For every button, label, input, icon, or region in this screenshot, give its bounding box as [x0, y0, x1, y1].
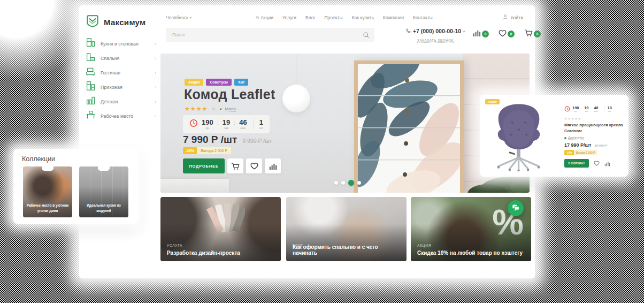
heart-icon [499, 29, 507, 39]
logo-text: Максимум [104, 18, 145, 27]
slider-dot-3-active[interactable] [348, 180, 354, 186]
price-old: 9 990 Р /шт [242, 138, 272, 144]
collection-card-workplace[interactable]: Рабочее место в уютном уголке дома [23, 166, 72, 217]
compare-button-hero[interactable] [265, 158, 281, 173]
kitchen-icon [86, 37, 96, 50]
hero-discount-row: -20% Выгода 2 000 Р [183, 147, 231, 154]
nav-company[interactable]: Компания [383, 15, 404, 20]
kids-icon [86, 95, 96, 108]
availability-dot [564, 137, 566, 139]
product-quickview-card[interactable]: Акция 190дн : 19час : 46мин [480, 95, 628, 177]
price-old: 19 990 Р [594, 144, 607, 147]
chat-widget-button[interactable] [508, 200, 524, 216]
sidebar-item-hallway[interactable]: Прихожая › [86, 80, 156, 94]
availability-dot: • [220, 107, 221, 112]
banner-category: УСЛУГА [167, 244, 182, 247]
cart-button[interactable]: 0 [524, 29, 541, 39]
logo-shield-icon [86, 14, 99, 30]
city-label: Челябинск [166, 15, 188, 20]
chevron-right-icon: › [155, 41, 156, 47]
cart-count-badge: 0 [534, 31, 541, 37]
details-button[interactable]: ПОДРОБНЕЕ [183, 158, 225, 173]
chevron-right-icon: › [155, 85, 156, 90]
search-input[interactable] [166, 28, 374, 42]
star-icons-filled: ★★★★ [185, 105, 208, 112]
favorite-button[interactable] [594, 161, 600, 166]
nav-projects[interactable]: Проекты [324, 15, 342, 20]
phone-icon [406, 28, 411, 34]
nav-sales[interactable]: %Акции [256, 15, 273, 20]
discount-badge: -10% [564, 150, 574, 155]
hero-photo-ornament [282, 85, 310, 112]
hero-product-photo [354, 60, 464, 193]
logo[interactable]: Максимум [86, 14, 145, 30]
favorites-button[interactable]: 0 [499, 29, 515, 39]
benefit-badge: Выгода 2 000 Р [197, 147, 231, 154]
hero-product-title: Комод Leaflet [184, 87, 275, 102]
banner-blog-article[interactable]: БЛОГ Как оформить спальню и с чего начин… [286, 197, 407, 261]
compare-button[interactable]: 0 [473, 29, 489, 39]
phone-block: +7 (000) 000-00-10 ▾ ЗАКАЗАТЬ ЗВОНОК [399, 28, 472, 44]
nav-how-to-buy[interactable]: Как купить [352, 15, 374, 20]
percent-icon: % [256, 16, 259, 19]
banner-category: АКЦИЯ [417, 244, 431, 247]
user-icon [502, 14, 508, 21]
benefit-badge: Выгода 2 000 Р [574, 150, 597, 155]
slider-dot-4[interactable] [357, 181, 361, 185]
sidebar-item-workplace[interactable]: Рабочее место › [86, 109, 156, 123]
compare-bars-icon [473, 29, 481, 39]
nav-services[interactable]: Услуги [282, 15, 296, 20]
page-background: Максимум Челябинск ▾ %Акции Услуги Блог … [0, 0, 644, 303]
add-to-cart-button[interactable]: В КОРЗИНУ [564, 159, 589, 168]
livingroom-icon [86, 66, 96, 79]
chevron-down-icon: ▾ [463, 29, 465, 33]
top-nav-links: %Акции Услуги Блог Проекты Как купить Ко… [256, 15, 433, 20]
timer-clock-icon [189, 119, 198, 130]
product-photo-chair [484, 100, 554, 171]
star-icons-empty: ★★★★★ [564, 117, 624, 120]
city-selector[interactable]: Челябинск ▾ [166, 15, 191, 20]
badge-hit: Хит [234, 79, 248, 86]
search-icon[interactable] [363, 31, 370, 41]
top-nav: Челябинск ▾ %Акции Услуги Блог Проекты К… [166, 14, 523, 21]
phone-number[interactable]: +7 (000) 000-00-10 ▾ [399, 28, 472, 34]
timer-clock-icon [564, 104, 570, 114]
chevron-right-icon: › [155, 70, 156, 75]
compare-count-badge: 0 [482, 31, 489, 37]
hero-price-row: 7 990 Р /шт 9 990 Р /шт [183, 134, 272, 146]
product-availability: Достаточно [564, 136, 624, 140]
add-to-cart-button[interactable] [227, 158, 243, 173]
banner-title: Разработка дизайн-проекта [167, 250, 275, 256]
catalog-sidebar: Кухня и столовая › Спальня › Гостиная › … [86, 36, 156, 123]
banner-title: Скидка 10% на любой товар по хэштегу [417, 250, 526, 256]
nav-contacts[interactable]: Контакты [413, 15, 433, 20]
nav-blog[interactable]: Блог [305, 15, 315, 20]
collections-title: Коллекции [22, 155, 55, 163]
slider-dot-1[interactable] [334, 181, 338, 185]
hero-badges: Акция Советуем Хит [185, 79, 248, 86]
badge-sale: Акция [485, 99, 500, 104]
badge-sale: Акция [185, 79, 203, 86]
banner-design-service[interactable]: УСЛУГА Разработка дизайн-проекта [160, 197, 281, 261]
login-label: войти [511, 15, 523, 20]
availability-label[interactable]: Мало [225, 107, 235, 112]
price-current: 7 990 Р /шт [183, 134, 237, 146]
chat-icon [512, 204, 520, 213]
hero-actions: ПОДРОБНЕЕ [183, 158, 281, 173]
login-link[interactable]: войти [502, 14, 523, 21]
callback-link[interactable]: ЗАКАЗАТЬ ЗВОНОК [417, 39, 454, 43]
sidebar-item-bedroom[interactable]: Спальня › [86, 51, 156, 65]
sidebar-item-kids[interactable]: Детская › [86, 94, 156, 109]
product-title[interactable]: Мягкое вращающееся кресло Cordozar [564, 123, 624, 134]
collection-card-kitchen[interactable]: Идеальная кухня из модулей [79, 166, 128, 217]
star-icon-empty: ★ [211, 105, 217, 112]
sidebar-item-kitchen[interactable]: Кухня и столовая › [86, 36, 156, 51]
favorite-button[interactable] [246, 158, 262, 173]
hero-slider[interactable]: Акция Советуем Хит Комод Leaflet ★★★★★ •… [160, 54, 530, 193]
hallway-icon [86, 81, 96, 93]
favorites-count-badge: 0 [508, 31, 515, 37]
compare-button[interactable] [604, 161, 610, 166]
sidebar-item-livingroom[interactable]: Гостиная › [86, 65, 156, 80]
hero-countdown: 190дн : 19час : 46мин 1шт [183, 115, 270, 133]
slider-dot-2[interactable] [341, 181, 345, 185]
